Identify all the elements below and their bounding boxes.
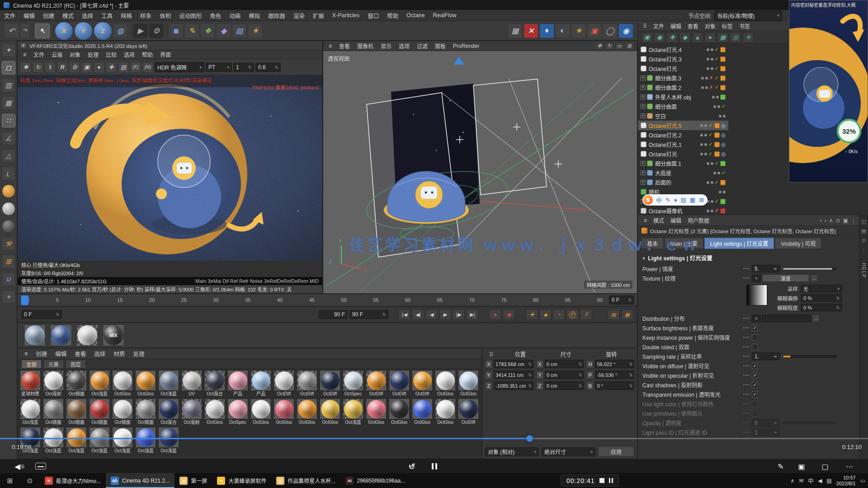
start-button[interactable]: ⊞ bbox=[0, 473, 20, 488]
editor-visibility-dot[interactable] bbox=[700, 134, 703, 136]
spline-pen-icon[interactable]: ✎ bbox=[184, 23, 199, 38]
goto-start-button[interactable]: |◀ bbox=[398, 309, 410, 320]
menu-item[interactable]: 角色 bbox=[206, 10, 225, 21]
picker-icon[interactable]: ✚ bbox=[106, 62, 117, 73]
editor-visibility-dot[interactable] bbox=[701, 86, 704, 89]
enabled-icon[interactable]: ✓ bbox=[708, 141, 712, 147]
editor-visibility-dot[interactable] bbox=[707, 48, 709, 51]
expand-toggle[interactable]: + bbox=[641, 104, 646, 109]
primitive-cube-icon[interactable]: ■ bbox=[169, 23, 184, 38]
find-icon[interactable]: ⊙ bbox=[862, 238, 866, 244]
options-icon[interactable]: ⋮ bbox=[861, 247, 866, 253]
environment-icon[interactable]: ▤ bbox=[232, 23, 247, 38]
object-tag[interactable] bbox=[714, 151, 720, 157]
ime-lang-icon[interactable]: 中 bbox=[808, 477, 813, 484]
material-item[interactable]: OctGlos bbox=[458, 370, 479, 397]
menu-item[interactable]: 样条 bbox=[136, 10, 156, 21]
record-button[interactable]: ● bbox=[489, 309, 501, 320]
object-row[interactable]: Octane灯光.1 ✓ ◎ bbox=[638, 140, 728, 149]
menu-item[interactable]: Octane bbox=[402, 11, 429, 19]
enabled-icon[interactable]: ✓ bbox=[715, 47, 719, 52]
menu-item[interactable]: 帮助 bbox=[138, 50, 156, 59]
object-tag[interactable] bbox=[720, 199, 726, 204]
miniplayer-button[interactable]: ▣ bbox=[796, 461, 807, 472]
object-row[interactable]: + 细分曲面 ✓ bbox=[638, 102, 728, 111]
menu-item[interactable]: 文件 bbox=[30, 50, 48, 59]
more-button[interactable]: ⋯ bbox=[844, 461, 855, 472]
menu-item[interactable]: 创建 bbox=[32, 348, 51, 359]
render-preview-window[interactable]: 内容密封秘密垂直浮动管刻,大概 32% ↑ 0K/s bbox=[789, 0, 868, 183]
object-row[interactable]: Octane灯光 ✓ bbox=[638, 64, 728, 73]
menu-item[interactable]: 显示 bbox=[377, 42, 395, 50]
editor-visibility-dot[interactable] bbox=[707, 210, 709, 212]
magnet-icon[interactable]: ∪ bbox=[2, 272, 15, 286]
render-visibility-dot[interactable] bbox=[716, 96, 719, 99]
menu-item[interactable]: 云端 bbox=[48, 50, 66, 59]
expand-toggle[interactable]: + bbox=[641, 113, 646, 118]
object-name[interactable]: 大底座 bbox=[655, 169, 671, 177]
gamma-field[interactable]: 0.6⇅ bbox=[255, 63, 281, 72]
render-visibility-dot[interactable] bbox=[704, 134, 707, 136]
gradient-shader-button[interactable]: 渐变 bbox=[762, 274, 809, 282]
subtitle-button[interactable]: ▬▬ bbox=[35, 463, 46, 469]
render-visibility-dot[interactable] bbox=[711, 181, 713, 184]
checkbox[interactable] bbox=[752, 344, 758, 350]
object-name[interactable]: Octane灯光.5 bbox=[649, 122, 682, 129]
coord-mode-select[interactable]: 对象 (相对)▾ bbox=[485, 447, 539, 456]
menu-item[interactable]: 模式 bbox=[650, 216, 667, 225]
size-mode-select[interactable]: 绝对尺寸▾ bbox=[542, 447, 595, 456]
disabled-icon[interactable]: ✗ bbox=[715, 208, 719, 214]
material-item[interactable]: OctGlos bbox=[112, 370, 133, 397]
add-cube-icon[interactable]: ▣ bbox=[642, 33, 652, 42]
object-row[interactable]: + 外星人水杯.obj bbox=[638, 92, 728, 102]
ime-pen-icon[interactable]: ✎ bbox=[665, 197, 670, 203]
sample-select[interactable]: 无▾ bbox=[801, 285, 842, 292]
next-frame-button[interactable]: |▶ bbox=[453, 309, 465, 320]
maximize-icon[interactable]: ▭ bbox=[615, 42, 623, 50]
object-row[interactable]: Octane灯光.3 ✓ bbox=[638, 54, 728, 64]
separator[interactable] bbox=[129, 24, 132, 37]
checkbox[interactable] bbox=[752, 410, 758, 417]
checkbox[interactable]: ✓ bbox=[752, 363, 758, 369]
enabled-icon[interactable]: ✓ bbox=[722, 103, 726, 109]
kernel-select[interactable]: PT▾ bbox=[206, 63, 232, 72]
material-item[interactable]: Oct浅蓝 bbox=[89, 370, 110, 397]
restart-render-icon[interactable]: ↻ bbox=[33, 62, 43, 73]
section-caret-icon[interactable]: ▾ bbox=[642, 255, 645, 262]
mograph-icon[interactable]: ❖ bbox=[200, 23, 215, 38]
add-tag-icon[interactable]: ✛ bbox=[743, 33, 754, 42]
preview-ball-icon[interactable]: ● bbox=[94, 62, 104, 73]
object-name[interactable]: Octane灯光 bbox=[649, 65, 677, 72]
material-item[interactable]: Oct镜面 bbox=[42, 399, 64, 425]
material-item[interactable]: Oct浅蓝 bbox=[19, 399, 41, 425]
enabled-icon[interactable]: ✓ bbox=[708, 122, 712, 128]
menu-item[interactable]: 选择 bbox=[90, 348, 109, 359]
add-sphere-icon[interactable]: ◉ bbox=[654, 33, 665, 42]
checkbox[interactable] bbox=[752, 334, 758, 341]
tray-clock[interactable]: 10:57 2022/8/1 bbox=[836, 475, 856, 487]
key-grid-button[interactable]: ⠿ bbox=[580, 309, 592, 320]
render-visibility-dot[interactable] bbox=[704, 143, 707, 146]
add-array-icon[interactable]: ▦ bbox=[717, 33, 728, 42]
up-icon[interactable]: ∧ bbox=[829, 217, 833, 224]
value-field[interactable]: 0◂▸ bbox=[752, 419, 780, 427]
octane-render-view[interactable]: 检查 1ms./0ms. 网格生成0ms. 更新刷 0ms. | 0ms. 场景… bbox=[18, 75, 322, 261]
key-time-button[interactable]: ◔ bbox=[553, 309, 565, 320]
close-icon[interactable]: ✕ bbox=[20, 42, 26, 48]
object-row[interactable]: Octane灯光.4 ✓ bbox=[638, 45, 728, 54]
object-tag[interactable] bbox=[720, 56, 726, 62]
editor-visibility-dot[interactable] bbox=[713, 172, 716, 174]
goto-end-button[interactable]: ▶| bbox=[466, 309, 478, 320]
playhead[interactable] bbox=[21, 296, 28, 305]
annotate-button[interactable]: ✎ bbox=[775, 461, 787, 472]
preview-range-button[interactable]: ▦ bbox=[621, 309, 633, 320]
layout-icon[interactable]: ⊞ bbox=[625, 42, 633, 50]
menu-icon[interactable]: ≡ bbox=[20, 350, 32, 358]
render-visibility-dot[interactable] bbox=[711, 48, 713, 51]
material-item[interactable]: Oct镜面 bbox=[66, 399, 87, 425]
menu-item[interactable]: 摄像机 bbox=[354, 42, 377, 50]
editor-visibility-dot[interactable] bbox=[712, 96, 715, 99]
object-name[interactable]: 空白 bbox=[655, 112, 666, 120]
enabled-icon[interactable]: ✓ bbox=[715, 56, 719, 62]
timeline-ruler[interactable]: 051015202530354045505560657075808590 0 F… bbox=[17, 294, 637, 306]
